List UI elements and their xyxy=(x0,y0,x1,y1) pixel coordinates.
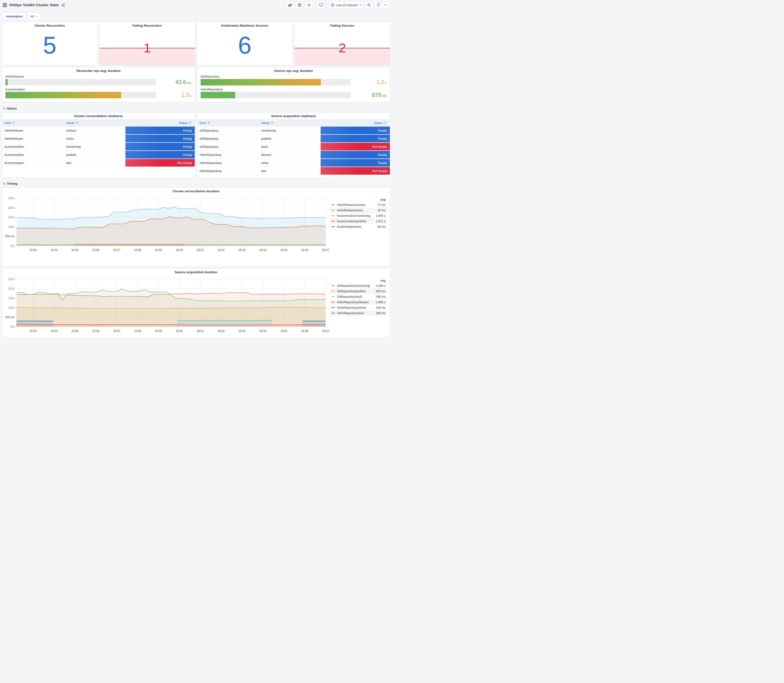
x-tick-label: 16:05 xyxy=(280,329,287,333)
filter-icon[interactable] xyxy=(189,121,192,125)
cycle-view-button[interactable] xyxy=(317,2,325,9)
cell-status: Ready xyxy=(125,143,195,151)
filter-icon[interactable] xyxy=(384,121,387,125)
variable-namespace-label[interactable]: namespace xyxy=(3,12,26,20)
cell-status: Ready xyxy=(321,127,390,135)
gauge-panel-title[interactable]: Reconciler ops avg. duration xyxy=(5,67,192,72)
stat-panel-title[interactable]: Failing Sources xyxy=(295,22,390,27)
y-axis: 0 s500 ms1.0 s1.5 s2.0 s2.5 s xyxy=(4,197,16,247)
cell-status: Ready xyxy=(125,135,195,143)
chart-title[interactable]: Cluster reconciliation duration xyxy=(4,188,388,193)
x-tick-label: 16:06 xyxy=(301,249,308,252)
chart-legend: avgHelmRelease/contour71 msHelmRelease/m… xyxy=(327,197,388,253)
y-axis: 0 s500 ms1.0 s1.5 s2.0 s2.5 s xyxy=(4,278,16,328)
dashboard-settings-button[interactable] xyxy=(305,2,313,9)
share-icon[interactable] xyxy=(61,3,65,7)
gauge-panel-title[interactable]: Source ops avg. duration xyxy=(200,67,387,72)
collapse-icon xyxy=(3,107,5,109)
cell-status: Ready xyxy=(125,127,195,135)
x-axis: 15:5315:5415:5515:5615:5715:5815:5916:00… xyxy=(16,247,327,253)
add-panel-button[interactable] xyxy=(286,2,294,9)
zoom-out-button[interactable] xyxy=(365,2,373,9)
legend-series-avg: 1.605 s xyxy=(370,214,386,218)
cell-kind: HelmRelease xyxy=(2,135,64,143)
stat-panel-title[interactable]: Kubernetes Manifests Sources xyxy=(197,22,292,27)
cell-name: contour xyxy=(64,127,125,135)
legend-avg-header[interactable]: avg xyxy=(372,198,387,201)
filter-icon[interactable] xyxy=(76,121,79,125)
column-header-name[interactable]: Name xyxy=(259,121,321,125)
refresh-button[interactable] xyxy=(374,2,383,9)
page-title: GitOps Toolkit Cluster Stats xyxy=(9,3,59,7)
legend-item[interactable]: GitRepository/monitoring1.594 s xyxy=(330,283,387,289)
legend-item[interactable]: Kustomization/podinfo1.071 s xyxy=(330,218,387,224)
gauge-track xyxy=(200,79,351,85)
gauge-unit: s xyxy=(190,93,192,98)
gauge-row: HelmRelease43.6ms xyxy=(5,75,192,85)
table-panel-title[interactable]: Source acquisition readiness xyxy=(197,112,390,118)
legend-item[interactable]: GitRepository/test2338 ms xyxy=(330,294,387,299)
stat-panel-title[interactable]: Cluster Reconcilers xyxy=(2,22,97,27)
x-tick-label: 16:06 xyxy=(301,329,308,333)
legend-item[interactable]: Kustomization/monitoring1.605 s xyxy=(330,213,387,218)
column-header-name[interactable]: Name xyxy=(64,121,125,125)
table-row: HelmRepositorytestNot Ready xyxy=(197,167,390,175)
x-tick-label: 15:54 xyxy=(50,249,58,252)
gauge-row: HelmRepository879ms xyxy=(200,88,387,98)
y-tick-label: 2.5 s xyxy=(8,197,14,200)
legend-item[interactable]: GitRepository/podinfo980 ms xyxy=(330,289,387,294)
legend-item[interactable]: HelmRelease/minio16 ms xyxy=(330,207,387,213)
refresh-icon xyxy=(377,3,380,7)
filter-icon[interactable] xyxy=(12,121,15,125)
x-tick-label: 16:05 xyxy=(280,249,287,252)
legend-series-color xyxy=(331,307,335,308)
y-tick-label: 2.5 s xyxy=(8,277,14,281)
time-range-picker[interactable]: Last 15 minutes xyxy=(329,2,364,9)
refresh-interval-caret[interactable] xyxy=(383,2,389,9)
legend-avg-header[interactable]: avg xyxy=(372,279,387,282)
save-dashboard-button[interactable] xyxy=(296,2,304,9)
chart-title[interactable]: Source acquisition duration xyxy=(4,269,388,274)
stat-value: 1 xyxy=(144,42,151,54)
cell-name: test xyxy=(259,167,321,175)
section-header-timing[interactable]: Timing xyxy=(2,180,390,188)
gauge-panels-row: Reconciler ops avg. durationHelmRelease4… xyxy=(2,67,390,102)
filter-icon[interactable] xyxy=(207,121,210,125)
x-tick-label: 16:07 xyxy=(322,249,329,252)
legend-item[interactable]: HelmRelease/contour71 ms xyxy=(330,202,387,207)
x-tick-label: 16:01 xyxy=(197,329,204,333)
legend-item[interactable]: HelmRepository/test289 ms xyxy=(330,310,387,316)
stat-panel-title[interactable]: Failing Reconcilers xyxy=(100,22,195,27)
column-header-label: Name xyxy=(66,121,74,125)
legend-series-color xyxy=(331,204,335,205)
section-header-status[interactable]: Status xyxy=(2,104,390,112)
column-header-kind[interactable]: Kind xyxy=(197,121,259,125)
x-tick-label: 16:02 xyxy=(218,249,224,252)
table-row: HelmReleaseminioReady xyxy=(2,135,195,143)
legend-item[interactable]: HelmRepository/bitnami1.695 s xyxy=(330,299,387,305)
clock-icon xyxy=(330,3,334,7)
column-header-kind[interactable]: Kind xyxy=(2,121,64,125)
table-panel-title[interactable]: Cluster reconciliation readiness xyxy=(2,112,195,118)
column-header-status[interactable]: Status xyxy=(321,121,390,125)
y-tick-label: 0 s xyxy=(11,244,14,247)
caret-down-icon xyxy=(384,4,387,6)
legend-item[interactable]: HelmRepository/minio108 ms xyxy=(330,305,387,310)
column-header-status[interactable]: Status xyxy=(125,121,195,125)
y-tick-label: 1.5 s xyxy=(8,216,14,219)
gauge-track xyxy=(5,92,156,98)
gauge-fill xyxy=(5,79,8,85)
legend-series-name: Kustomization/podinfo xyxy=(337,220,370,223)
chart-plot-area[interactable] xyxy=(16,197,327,247)
gauge-row-label: HelmRepository xyxy=(200,88,387,91)
legend-series-name: HelmRepository/bitnami xyxy=(337,301,370,304)
legend-series-avg: 1.594 s xyxy=(370,284,386,287)
x-axis: 15:5315:5415:5515:5615:5715:5815:5916:00… xyxy=(16,328,327,334)
legend-item[interactable]: Kustomization/test84 ms xyxy=(330,224,387,229)
cell-kind: Kustomization xyxy=(2,159,64,167)
panel-source-acquisition-duration: Source acquisition duration0 s500 ms1.0 … xyxy=(2,268,390,337)
gauge-unit: ms xyxy=(382,93,386,98)
filter-icon[interactable] xyxy=(271,121,274,125)
chart-plot-area[interactable] xyxy=(16,278,327,328)
variable-namespace-value-dropdown[interactable]: All xyxy=(27,12,40,20)
